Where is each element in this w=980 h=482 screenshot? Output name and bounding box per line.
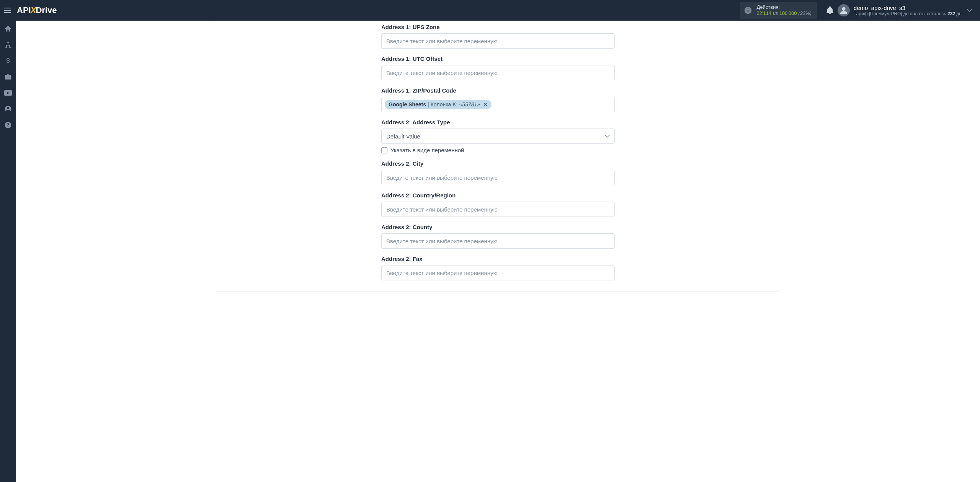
sidebar-video[interactable] — [0, 85, 16, 101]
field-address2-fax: Address 2: Fax — [381, 256, 615, 280]
address1-utc-offset-input[interactable] — [386, 70, 610, 76]
mapping-chip[interactable]: Google Sheets | Колонка K: «55781» ✕ — [385, 100, 492, 109]
user-menu-chevron[interactable] — [967, 9, 976, 12]
user-menu[interactable]: demo_apix-drive_s3 Тариф |Премиум PRO| д… — [838, 4, 962, 16]
field-input-wrapper[interactable] — [381, 233, 615, 249]
youtube-icon — [4, 90, 12, 96]
field-address1-zip: Address 1: ZIP/Postal Code Google Sheets… — [381, 87, 615, 112]
address2-type-select[interactable]: Default Value — [381, 129, 615, 144]
sidebar — [0, 21, 16, 482]
sidebar-home[interactable] — [0, 21, 16, 37]
tariff-line: Тариф |Премиум PRO| до оплаты осталось 2… — [854, 11, 962, 16]
notifications-button[interactable] — [822, 7, 838, 14]
brand-part-drive: Drive — [36, 5, 57, 15]
svg-point-1 — [747, 8, 748, 9]
chip-column: Колонка K: — [431, 101, 458, 107]
field-input-wrapper[interactable] — [381, 170, 615, 185]
avatar — [838, 4, 850, 16]
info-icon — [744, 6, 752, 15]
address2-fax-input[interactable] — [386, 270, 610, 276]
address2-county-input[interactable] — [386, 238, 610, 244]
sidebar-billing[interactable] — [0, 53, 16, 69]
top-header: API X Drive Действия: 22'114 из 100'000 … — [0, 0, 980, 21]
field-label: Address 1: UTC Offset — [381, 55, 615, 62]
field-label: Address 2: Address Type — [381, 119, 615, 125]
sidebar-account[interactable] — [0, 101, 16, 117]
hamburger-icon — [4, 8, 11, 13]
chevron-down-icon — [604, 135, 610, 138]
sitemap-icon — [4, 41, 12, 49]
field-input-wrapper[interactable] — [381, 33, 615, 49]
svg-point-3 — [842, 7, 845, 11]
user-name: demo_apix-drive_s3 — [854, 5, 962, 11]
field-input-wrapper[interactable] — [381, 265, 615, 280]
field-input-wrapper[interactable] — [381, 202, 615, 217]
sidebar-integrations[interactable] — [0, 69, 16, 85]
home-icon — [4, 25, 12, 33]
svg-rect-2 — [747, 10, 748, 12]
sidebar-connections[interactable] — [0, 37, 16, 53]
variable-checkbox-row[interactable]: Указать в виде переменной — [381, 147, 615, 153]
variable-checkbox[interactable] — [381, 147, 387, 153]
chip-remove[interactable]: ✕ — [483, 101, 488, 107]
actions-label: Действия: — [757, 4, 812, 10]
address2-country-input[interactable] — [386, 206, 610, 213]
field-address2-country: Address 2: Country/Region — [381, 192, 615, 217]
actions-usage-box[interactable]: Действия: 22'114 из 100'000 (22%) — [740, 2, 817, 18]
address1-ups-zone-input[interactable] — [386, 38, 610, 44]
brand-logo[interactable]: API X Drive — [17, 5, 57, 15]
user-icon — [840, 6, 848, 15]
address2-city-input[interactable] — [386, 174, 610, 181]
field-address1-utc-offset: Address 1: UTC Offset — [381, 55, 615, 80]
bell-icon — [826, 7, 833, 14]
svg-point-6 — [7, 107, 9, 109]
field-label: Address 2: County — [381, 224, 615, 230]
field-label: Address 1: ZIP/Postal Code — [381, 87, 615, 94]
field-label: Address 2: Country/Region — [381, 192, 615, 199]
field-address2-county: Address 2: County — [381, 224, 615, 249]
field-label: Address 2: Fax — [381, 256, 615, 262]
chevron-down-icon — [967, 9, 972, 12]
actions-stat: 22'114 из 100'000 (22%) — [757, 10, 812, 16]
chip-source: Google Sheets — [389, 101, 426, 107]
variable-checkbox-label: Указать в виде переменной — [390, 147, 464, 153]
field-address2-type: Address 2: Address Type Default Value Ук… — [381, 119, 615, 153]
brand-part-api: API — [17, 5, 31, 15]
main-scroll[interactable]: Address 1: UPS Zone Address 1: UTC Offse… — [16, 21, 980, 482]
field-input-wrapper[interactable] — [381, 65, 615, 80]
question-icon — [4, 121, 12, 129]
field-label: Address 1: UPS Zone — [381, 24, 615, 30]
user-circle-icon — [4, 105, 12, 113]
dollar-icon — [4, 57, 12, 65]
address1-zip-input[interactable]: Google Sheets | Колонка K: «55781» ✕ — [381, 97, 615, 112]
field-address2-city: Address 2: City — [381, 160, 615, 185]
brand-part-x: X — [31, 5, 36, 15]
select-value: Default Value — [386, 133, 420, 140]
sidebar-help[interactable] — [0, 117, 16, 133]
chip-value: «55781» — [459, 101, 480, 107]
briefcase-icon — [4, 73, 12, 81]
menu-toggle[interactable] — [0, 8, 15, 13]
field-label: Address 2: City — [381, 160, 615, 167]
form-card: Address 1: UPS Zone Address 1: UTC Offse… — [215, 21, 781, 291]
field-address1-ups-zone: Address 1: UPS Zone — [381, 24, 615, 49]
